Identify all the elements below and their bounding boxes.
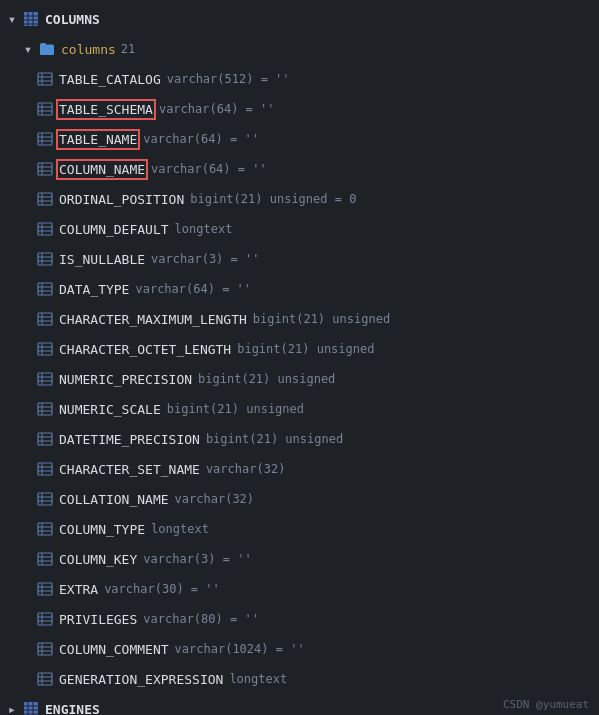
svg-rect-90 [24,702,38,715]
column-name: GENERATION_EXPRESSION [59,672,223,687]
column-icon [36,280,54,298]
svg-rect-82 [38,643,52,655]
column-icon [36,160,54,178]
column-type: varchar(32) [206,462,285,476]
column-name: DATA_TYPE [59,282,129,297]
column-type: varchar(1024) = '' [175,642,305,656]
column-icon [36,490,54,508]
column-name: NUMERIC_SCALE [59,402,161,417]
column-type: bigint(21) unsigned [167,402,304,416]
column-row[interactable]: ORDINAL_POSITIONbigint(21) unsigned = 0 [0,184,599,214]
column-type: bigint(21) unsigned [253,312,390,326]
column-name: COLUMN_KEY [59,552,137,567]
folder-chevron[interactable] [20,41,36,57]
column-row[interactable]: TABLE_SCHEMAvarchar(64) = '' [0,94,599,124]
column-icon [36,130,54,148]
column-row[interactable]: CHARACTER_MAXIMUM_LENGTHbigint(21) unsig… [0,304,599,334]
column-name: NUMERIC_PRECISION [59,372,192,387]
column-row[interactable]: GENERATION_EXPRESSIONlongtext [0,664,599,694]
column-type: bigint(21) unsigned = 0 [190,192,356,206]
column-row[interactable]: DATA_TYPEvarchar(64) = '' [0,274,599,304]
column-row[interactable]: NUMERIC_SCALEbigint(21) unsigned [0,394,599,424]
column-icon [36,190,54,208]
column-name: DATETIME_PRECISION [59,432,200,447]
column-row[interactable]: COLUMN_DEFAULTlongtext [0,214,599,244]
sibling-label: ENGINES [45,702,100,716]
column-row[interactable]: TABLE_CATALOGvarchar(512) = '' [0,64,599,94]
column-type: bigint(21) unsigned [198,372,335,386]
column-name: COLUMN_COMMENT [59,642,169,657]
column-row[interactable]: IS_NULLABLEvarchar(3) = '' [0,244,599,274]
column-icon [36,610,54,628]
column-icon [36,550,54,568]
folder-icon [38,40,56,58]
column-type: varchar(3) = '' [151,252,259,266]
svg-rect-62 [38,493,52,505]
svg-rect-78 [38,613,52,625]
column-name: CHARACTER_MAXIMUM_LENGTH [59,312,247,327]
folder-count: 21 [121,42,135,56]
column-name: IS_NULLABLE [59,252,145,267]
column-type: varchar(32) [175,492,254,506]
column-row[interactable]: TABLE_NAMEvarchar(64) = '' [0,124,599,154]
column-icon [36,670,54,688]
column-icon [36,70,54,88]
column-row[interactable]: NUMERIC_PRECISIONbigint(21) unsigned [0,364,599,394]
svg-rect-22 [38,193,52,205]
column-type: varchar(64) = '' [159,102,275,116]
svg-rect-58 [38,463,52,475]
column-type: varchar(64) = '' [135,282,251,296]
root-node[interactable]: COLUMNS [0,4,599,34]
column-name: TABLE_SCHEMA [59,102,153,117]
column-icon [36,580,54,598]
column-row[interactable]: COLUMN_TYPElongtext [0,514,599,544]
table-icon [22,10,40,28]
column-row[interactable]: CHARACTER_OCTET_LENGTHbigint(21) unsigne… [0,334,599,364]
column-name: COLLATION_NAME [59,492,169,507]
column-icon [36,370,54,388]
column-name: TABLE_NAME [59,132,137,147]
svg-rect-30 [38,253,52,265]
column-icon [36,640,54,658]
column-type: varchar(64) = '' [151,162,267,176]
column-name: TABLE_CATALOG [59,72,161,87]
sibling-chevron[interactable] [4,701,20,715]
column-type: varchar(3) = '' [143,552,251,566]
svg-rect-6 [38,73,52,85]
engines-table-icon [22,700,40,715]
column-type: longtext [151,522,209,536]
root-label: COLUMNS [45,12,100,27]
column-row[interactable]: COLLATION_NAMEvarchar(32) [0,484,599,514]
column-row[interactable]: COLUMN_KEYvarchar(3) = '' [0,544,599,574]
column-icon [36,520,54,538]
column-row[interactable]: EXTRAvarchar(30) = '' [0,574,599,604]
svg-rect-70 [38,553,52,565]
column-icon [36,310,54,328]
column-icon [36,220,54,238]
svg-rect-14 [38,133,52,145]
column-row[interactable]: DATETIME_PRECISIONbigint(21) unsigned [0,424,599,454]
tree-container[interactable]: COLUMNS columns 21 TABLE_CATALOGvarchar(… [0,0,599,715]
svg-rect-18 [38,163,52,175]
column-icon [36,100,54,118]
folder-label: columns [61,42,116,57]
svg-rect-38 [38,313,52,325]
column-icon [36,430,54,448]
column-row[interactable]: COLUMN_NAMEvarchar(64) = '' [0,154,599,184]
column-row[interactable]: CHARACTER_SET_NAMEvarchar(32) [0,454,599,484]
folder-node[interactable]: columns 21 [0,34,599,64]
root-chevron[interactable] [4,11,20,27]
column-icon [36,460,54,478]
svg-rect-34 [38,283,52,295]
footer-credit: CSDN @yumueat [503,698,589,711]
column-icon [36,250,54,268]
column-type: longtext [175,222,233,236]
svg-rect-74 [38,583,52,595]
column-type: varchar(80) = '' [143,612,259,626]
column-type: bigint(21) unsigned [206,432,343,446]
column-type: longtext [229,672,287,686]
column-row[interactable]: COLUMN_COMMENTvarchar(1024) = '' [0,634,599,664]
column-row[interactable]: PRIVILEGESvarchar(80) = '' [0,604,599,634]
column-name: CHARACTER_OCTET_LENGTH [59,342,231,357]
svg-rect-54 [38,433,52,445]
